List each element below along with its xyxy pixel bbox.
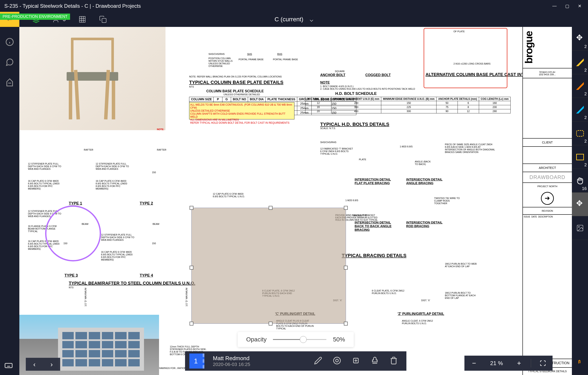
keyboard-button[interactable] <box>4 361 13 371</box>
cursor-tool[interactable] <box>572 351 588 375</box>
resize-handle-lm[interactable] <box>189 266 193 270</box>
resize-handle-bl[interactable] <box>189 322 193 326</box>
minimize-button[interactable]: — <box>552 3 557 9</box>
annotation-timestamp: 2020-06-03 16:25 <box>213 362 250 367</box>
copy-button[interactable] <box>99 15 107 23</box>
zoom-value: 21 % <box>486 360 507 367</box>
window-title: S-235 - Typical Steelwork Details - C | … <box>4 3 141 9</box>
image-tool[interactable] <box>572 216 588 240</box>
zoom-in-button[interactable]: + <box>514 358 524 369</box>
svg-rect-1 <box>102 19 106 23</box>
cloud-tool[interactable]: 2 <box>572 121 588 145</box>
pen-orange-icon <box>576 82 584 90</box>
pen-yellow-tool[interactable]: 2 <box>572 51 588 74</box>
annotation-info-bar: 1 Matt Redmond 2020-06-03 16:25 <box>185 351 406 371</box>
annotation-author: Matt Redmond <box>213 355 250 362</box>
bolt-schedule-table: BOLT DIA. (D) mmMINIMUM EMBEDMENT U.N.O … <box>305 97 511 113</box>
copy-annotation-button[interactable] <box>352 356 360 365</box>
window-title-bar: S-235 - Typical Steelwork Details - C | … <box>0 0 588 12</box>
yellow-note-annotation: ALL WELDS TO BE 6mm E48 CONTINUOUS. (FOR… <box>189 102 294 119</box>
red-cloud-annotation[interactable] <box>424 28 507 88</box>
drawing-background: TYPICAL COLUMN BASE PLATE DETAILS NTS TY… <box>19 27 572 375</box>
stamp-annotation-button[interactable] <box>371 356 379 365</box>
rectangle-icon <box>576 154 584 160</box>
pen-yellow-icon <box>576 58 584 66</box>
window-controls: — ▢ ✕ <box>552 3 588 9</box>
fit-screen-button[interactable] <box>537 358 548 369</box>
brogue-logo: brogue <box>523 27 572 68</box>
chevron-down-icon: ⌵ <box>310 16 313 23</box>
svg-rect-12 <box>5 363 12 368</box>
annotation-number-badge[interactable]: 1 <box>189 353 204 369</box>
move-icon <box>576 35 584 43</box>
edit-annotation-button[interactable] <box>314 356 322 365</box>
bolts-title: TYPICAL H.D. BOLTS DETAILS <box>320 121 389 127</box>
resize-handle-rm[interactable] <box>344 266 348 270</box>
zoom-controls: − 21 % + <box>464 356 553 371</box>
left-sidebar <box>0 27 19 375</box>
resize-handle-tr[interactable] <box>344 206 348 210</box>
resize-handle-tl[interactable] <box>189 206 193 210</box>
maximize-button[interactable]: ▢ <box>565 3 569 9</box>
prev-page-button[interactable]: ‹ <box>26 358 43 371</box>
right-toolbar: 2 2 2 2 2 2 16 <box>572 27 588 375</box>
rectangle-tool[interactable]: 2 <box>572 145 588 169</box>
grid-button[interactable] <box>78 15 86 23</box>
north-arrow-icon <box>541 192 554 205</box>
opacity-label: Opacity <box>246 336 267 343</box>
style-annotation-button[interactable] <box>333 356 341 365</box>
pan-tool-active[interactable] <box>572 193 588 216</box>
drawboard-logo: DRAWBOARD <box>530 174 566 180</box>
tool-page-badge: 2 <box>584 44 587 49</box>
move-tool[interactable]: 2 <box>572 27 588 51</box>
zoom-out-button[interactable]: − <box>469 358 480 369</box>
top-toolbar: ← 3 C (current) ⌵ <box>0 12 588 27</box>
delete-annotation-button[interactable] <box>390 356 398 365</box>
info-button[interactable] <box>5 38 14 47</box>
revision-label: C (current) <box>275 16 304 23</box>
close-button[interactable]: ✕ <box>578 3 582 9</box>
comment-button[interactable] <box>5 58 14 67</box>
cloud-icon <box>576 130 584 137</box>
page-nav-arrows: ‹ › <box>26 358 60 371</box>
chair-image <box>19 27 166 130</box>
column-baseplate-title: TYPICAL COLUMN BASE PLATE DETAILS <box>189 80 284 85</box>
slider-thumb[interactable] <box>300 336 307 343</box>
resize-handle-br[interactable] <box>344 322 348 326</box>
purple-circle-annotation[interactable] <box>45 205 101 261</box>
pen-blue-icon <box>576 106 584 114</box>
revision-dropdown[interactable]: C (current) ⌵ <box>275 16 314 23</box>
drawing-title-block: brogue brogue.com.au (03) 9416 209... CL… <box>523 27 572 375</box>
pan-icon <box>576 200 584 208</box>
svg-point-6 <box>578 226 579 227</box>
pen-orange-tool[interactable]: 2 <box>572 74 588 98</box>
pen-blue-tool[interactable]: 2 <box>572 98 588 121</box>
environment-badge: PRE-PRODUCTION ENVIRONMENT <box>0 13 70 20</box>
hand-tool[interactable]: 16 <box>572 169 588 193</box>
drawing-canvas[interactable]: TYPICAL COLUMN BASE PLATE DETAILS NTS TY… <box>19 27 572 375</box>
opacity-value: 50% <box>333 336 345 343</box>
beam-rafter-title: TYPICAL BEAM/RAFTER TO STEEL COLUMN DETA… <box>69 281 195 286</box>
resize-handle-bm[interactable] <box>269 322 273 326</box>
next-page-button[interactable]: › <box>43 358 60 371</box>
opacity-slider[interactable] <box>273 339 326 340</box>
markup-button[interactable] <box>5 78 14 88</box>
inserted-photo-selected[interactable] <box>191 208 346 324</box>
bracing-title: TYPICAL BRACING DETAILS <box>342 253 406 258</box>
svg-point-7 <box>334 357 340 364</box>
opacity-slider-panel: Opacity 50% <box>238 332 354 347</box>
svg-point-8 <box>336 359 338 362</box>
resize-handle-tm[interactable] <box>269 206 273 210</box>
